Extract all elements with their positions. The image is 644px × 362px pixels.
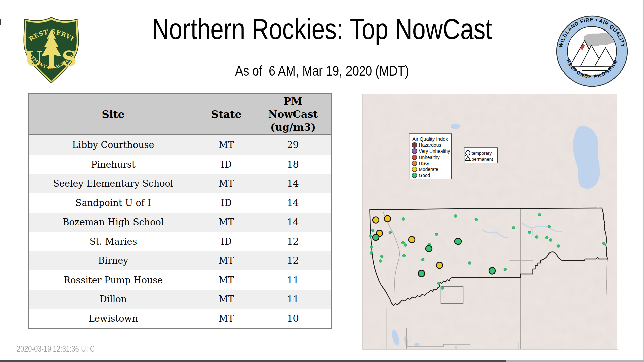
site-cell: Birney [29,251,198,270]
monitor-good-small [512,226,515,229]
table-row: BirneyMT12 [29,251,331,270]
monitor-good-small [402,218,405,221]
value-cell: 11 [255,270,331,290]
site-cell: Rossiter Pump House [29,270,198,290]
monitor-good-small [549,239,552,242]
monitor-good-small [548,225,551,228]
monitor-good-small [528,231,531,234]
monitor-good-large [426,246,432,252]
table-body: Libby CourthouseMT29PinehurstID18Seeley … [29,135,331,328]
value-cell: 12 [255,232,331,251]
aqi-legend-label: Moderate [419,167,439,172]
site-cell: St. Maries [29,232,198,251]
monitor-good-small [402,254,406,257]
aqi-legend-label: Unhealthy [419,155,440,160]
monitor-good-small [401,241,405,244]
nowcast-table: Site State PM NowCast (ug/m3) Libby Cour… [28,93,332,329]
site-cell: Pinehurst [29,155,198,174]
monitor-good-small [602,242,605,245]
table-row: DillonMT11 [29,290,331,309]
value-cell: 14 [255,174,331,193]
table-header: Site State PM NowCast (ug/m3) [29,94,331,135]
wfaqrp-logo: WILDLAND FIRE • AIR QUALITY RESPONSE PRO… [555,15,629,88]
site-cell: Lewistown [29,309,198,328]
monitor-good-small [404,244,407,247]
state-cell: ID [198,232,255,251]
monitor-good-small [535,236,538,239]
aqi-color-dot [412,161,417,166]
monitor-good-small [421,258,424,261]
monitor-good-large [373,234,379,241]
monitor-good-small [370,252,373,255]
monitor-good-small [454,215,457,218]
aqi-color-dot [412,155,417,160]
state-cell: MT [198,251,255,270]
page-title: Northern Rockies: Top NowCast [0,13,644,45]
aqi-color-dot [412,167,417,172]
col-header-state: State [198,94,255,134]
table-row: Rossiter Pump HouseMT11 [29,270,331,290]
table-row: Bozeman High SchoolMT14 [29,213,331,232]
monitor-good-small [557,245,560,248]
aqi-color-dot [412,143,417,147]
monitor-good-small [435,233,438,236]
state-cell: MT [198,135,255,155]
aqi-color-dot [412,149,417,154]
state-cell: MT [198,309,255,328]
timestamp: 2020-03-19 12:31:36 UTC [17,344,114,354]
monitor-good-small [371,229,374,232]
temporary-label: temporary [472,150,492,156]
col-header-pm-nowcast: PM NowCast (ug/m3) [255,94,331,134]
aqi-legend-label: Hazardous [419,143,441,148]
table-row: Sandpoint U of IID14 [29,193,331,213]
monitor-good-small [389,231,392,234]
monitor-good-small [538,213,541,216]
site-cell: Seeley Elementary School [29,174,198,193]
state-cell: ID [198,193,255,213]
monitor-good-large [455,238,461,245]
value-cell: 14 [255,193,331,213]
monitor-moderate-large [373,217,379,223]
monitor-good-large [489,268,495,274]
monitor-good-small [369,235,372,238]
table-row: PinehurstID18 [29,155,331,174]
state-cell: MT [198,290,255,309]
monitor-moderate-large [436,262,443,269]
monitor-good-small [437,282,440,285]
site-cell: Bozeman High School [29,213,198,232]
site-cell: Dillon [29,290,198,309]
state-cell: ID [198,155,255,174]
aqi-legend-label: Good [419,173,430,178]
state-cell: MT [198,174,255,193]
marker-type-legend: temporary permanent [464,148,498,163]
monitor-good-large [418,270,425,277]
value-cell: 10 [255,309,331,328]
site-cell: Sandpoint U of I [29,193,198,213]
monitor-good-small [504,268,507,271]
value-cell: 29 [255,135,331,155]
monitor-moderate-large [384,216,391,222]
state-cell: MT [198,213,255,232]
monitor-good-small [468,262,471,265]
aqi-legend-title: Air Quality Index [412,136,448,142]
air-quality-map: Air Quality Index HazardousVery Unhealth… [362,94,618,350]
progress-bar-filled [0,360,506,362]
aqi-color-dot [412,173,417,178]
permanent-label: permanent [472,157,493,162]
aqi-legend-label: Very Unhealthy [419,149,450,154]
table-row: St. MariesID12 [29,232,331,251]
monitor-good-small [379,260,382,263]
value-cell: 14 [255,213,331,232]
value-cell: 11 [255,290,331,309]
value-cell: 18 [255,155,331,174]
table-row: Seeley Elementary SchoolMT14 [29,174,331,193]
table-row: Libby CourthouseMT29 [29,135,331,155]
progress-bar-track [506,360,644,362]
table-row: LewistownMT10 [29,309,331,328]
monitor-good-small [441,287,444,290]
monitor-good-small [380,255,383,258]
monitor-good-small [370,246,373,249]
aqi-legend-label: USG [419,161,429,166]
page-subtitle: As of 6 AM, Mar 19, 2020 (MDT) [0,63,644,79]
state-cell: MT [198,270,255,290]
